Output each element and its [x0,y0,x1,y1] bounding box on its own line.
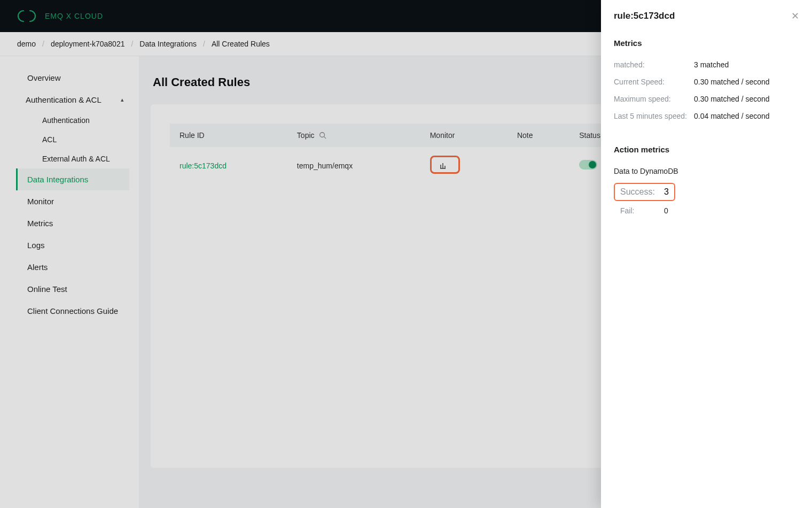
svg-point-0 [319,133,324,137]
success-metric-highlight: Success: 3 [614,183,675,201]
drawer-title: rule:5c173dcd [614,11,675,21]
metric-row-matched: matched:3 matched [614,56,799,73]
fail-metric-row: Fail: 0 [614,203,799,218]
breadcrumb-sep: / [203,40,205,48]
success-label: Success: [620,187,653,197]
metrics-heading: Metrics [614,39,799,48]
chevron-up-icon: ▴ [121,96,124,103]
sidebar-group-auth[interactable]: Authentication & ACL ▴ [16,89,129,111]
sidebar-item-external-auth[interactable]: External Auth & ACL [31,149,129,168]
sidebar-item-logs[interactable]: Logs [16,234,129,256]
col-monitor: Monitor [420,124,508,147]
metric-row-max-speed: Maximum speed:0.30 matched / second [614,90,799,107]
search-icon [319,132,326,139]
col-note: Note [508,124,569,147]
sidebar-item-metrics[interactable]: Metrics [16,212,129,234]
crumb-data-integrations[interactable]: Data Integrations [139,40,197,48]
emqx-logo-icon [17,9,38,23]
fail-value: 0 [664,206,668,215]
monitor-button[interactable] [430,156,460,174]
brand-logo[interactable]: EMQ X CLOUD [17,9,103,23]
success-value: 3 [664,187,669,197]
sidebar-item-online-test[interactable]: Online Test [16,278,129,300]
cell-rule-id[interactable]: rule:5c173dcd [179,161,227,170]
sidebar-item-acl[interactable]: ACL [31,130,129,149]
action-target: Data to DynamoDB [614,167,799,175]
sidebar-item-alerts[interactable]: Alerts [16,256,129,278]
brand-text: EMQ X CLOUD [45,12,103,20]
breadcrumb-sep: / [131,40,133,48]
sidebar-item-overview[interactable]: Overview [16,67,129,89]
sidebar: Overview Authentication & ACL ▴ Authenti… [0,56,139,508]
breadcrumb-sep: / [42,40,44,48]
col-topic[interactable]: Topic [287,124,420,147]
crumb-all-rules: All Created Rules [212,40,270,48]
sidebar-item-authentication[interactable]: Authentication [31,111,129,130]
fail-label: Fail: [620,206,653,215]
crumb-demo[interactable]: demo [17,40,36,48]
cell-note [508,147,569,184]
action-metrics-heading: Action metrics [614,145,799,154]
metrics-drawer: rule:5c173dcd ✕ Metrics matched:3 matche… [601,0,812,508]
sidebar-group-auth-label: Authentication & ACL [26,95,102,104]
col-rule-id: Rule ID [170,124,287,147]
status-toggle[interactable] [579,160,597,170]
crumb-deployment[interactable]: deployment-k70a8021 [51,40,125,48]
sidebar-item-monitor[interactable]: Monitor [16,190,129,212]
close-icon[interactable]: ✕ [791,11,799,21]
svg-line-1 [324,137,326,139]
metric-row-current-speed: Current Speed:0.30 matched / second [614,73,799,90]
sidebar-item-ccg[interactable]: Client Connections Guide [16,300,129,322]
cell-topic: temp_hum/emqx [287,147,420,184]
sidebar-item-data-integrations[interactable]: Data Integrations [16,168,129,190]
metric-row-5min-speed: Last 5 minutes speed:0.04 matched / seco… [614,107,799,125]
bar-chart-icon [439,161,447,169]
